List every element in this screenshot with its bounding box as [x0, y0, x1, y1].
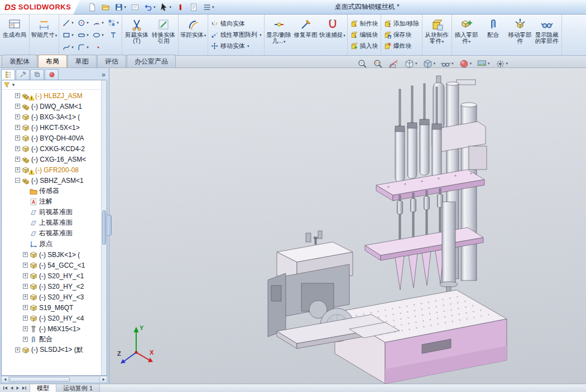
panel-tabs-overflow-button[interactable]: » [102, 71, 108, 80]
tree-expander-icon[interactable]: + [23, 337, 28, 342]
tree-item[interactable]: +(-) 54_GCC_<1 [2, 260, 101, 270]
zoom-to-fit-button[interactable] [357, 59, 368, 69]
tree-item[interactable]: +(-) DWQ_ASM<1 [2, 101, 101, 112]
tree-item[interactable]: +(-) M6X15<1> [2, 323, 101, 334]
text-tool[interactable] [105, 29, 121, 41]
scroll-left-icon[interactable] [2, 376, 9, 383]
orientation-triad[interactable]: Y Z X [116, 322, 156, 369]
options-button[interactable]: ▾ [201, 2, 215, 12]
filter-dropdown-icon[interactable]: ▼ [11, 83, 16, 88]
command-tab-0[interactable]: 装配体 [2, 55, 37, 67]
trim-entities-button[interactable]: 剪裁实体(T) [123, 17, 150, 54]
tree-filter-input[interactable] [17, 81, 99, 89]
tree-expander-icon[interactable]: + [15, 104, 20, 109]
feature-manager-tab[interactable] [1, 69, 15, 80]
tree-expander-icon[interactable]: + [23, 252, 28, 257]
tree-item[interactable]: +注解 [2, 196, 101, 207]
filter-funnel-icon[interactable] [3, 81, 10, 88]
arc-tool[interactable]: ▾ [90, 17, 105, 29]
make-drawing-button[interactable] [129, 2, 141, 12]
tree-expander-icon[interactable]: + [23, 294, 28, 299]
undo-button[interactable]: ▾ [143, 2, 157, 12]
mirror-entities-button[interactable]: 镜向实体 [209, 18, 263, 30]
convert-entities-button[interactable]: 转换实体引用 [150, 17, 177, 54]
tree-expander-icon[interactable]: + [23, 273, 28, 278]
tree-expander-icon[interactable]: + [15, 93, 20, 98]
command-tab-2[interactable]: 草图 [68, 55, 97, 67]
tree-item[interactable]: +(-) CXKG-KCD4-2 [2, 143, 101, 154]
tree-item[interactable]: +(-) HLBZJ_ASM [2, 90, 101, 101]
record-macro-button[interactable] [175, 2, 186, 12]
explode-block-button[interactable]: 爆炸块 [382, 41, 421, 52]
command-tab-1[interactable]: 布局 [38, 55, 67, 67]
tree-item[interactable]: +传感器 [2, 186, 101, 196]
insert-components-button[interactable]: 插入零部件▾ [453, 17, 480, 54]
file-properties-button[interactable] [188, 2, 199, 12]
graphics-area[interactable]: Y Z X [109, 68, 586, 384]
edit-block-button[interactable]: 编辑块 [349, 30, 380, 41]
tree-item[interactable]: +(-) BYQ-DH-40VA [2, 133, 101, 143]
repair-sketch-button[interactable]: 修复草图 [292, 17, 319, 54]
offset-entities-button[interactable]: 等距实体▾ [180, 17, 206, 54]
tree-expander-icon[interactable]: + [23, 326, 28, 331]
tab-scroll-last-button[interactable] [22, 386, 27, 390]
tab-scroll-left-button[interactable] [9, 386, 14, 390]
mate-button[interactable]: 配合 [480, 17, 507, 54]
scroll-right-icon[interactable] [99, 376, 107, 383]
study-tab-0[interactable]: 模型 [30, 384, 56, 392]
tree-item[interactable]: +前视基准面 [2, 207, 101, 217]
model-3d-view[interactable] [109, 68, 586, 384]
tree-vertical-scrollbar[interactable] [101, 80, 107, 375]
sketch-pattern-tool[interactable]: ▾ [105, 17, 121, 29]
tree-expander-icon[interactable]: + [15, 157, 20, 162]
study-tab-1[interactable]: 运动算例 1 [56, 384, 100, 392]
insert-block-button[interactable]: 插入块 [349, 41, 380, 52]
tree-item[interactable]: +(-) S20_HY_<3 [2, 292, 101, 302]
configuration-manager-tab[interactable] [30, 69, 44, 80]
tree-item[interactable]: +上视基准面 [2, 217, 101, 228]
add-remove-entities-button[interactable]: 添加/移除 [382, 18, 421, 30]
tree-item[interactable]: +右视基准面 [2, 228, 101, 239]
smart-dimension-button[interactable]: 智能尺寸▾ [31, 17, 57, 54]
zoom-to-area-button[interactable] [373, 59, 383, 69]
rectangle-tool[interactable]: ▾ [60, 29, 75, 41]
open-button[interactable] [100, 2, 111, 12]
move-entities-button[interactable]: 移动实体▾ [209, 41, 263, 52]
tree-expander-icon[interactable]: + [23, 263, 28, 268]
tree-expander-icon[interactable]: − [15, 178, 20, 183]
circle-tool[interactable]: ▾ [75, 17, 90, 29]
spline-tool[interactable]: ▾ [60, 41, 75, 54]
tree-item[interactable]: +(-) S20_HY_<1 [2, 270, 101, 281]
tree-expander-icon[interactable]: + [15, 135, 20, 141]
tree-expander-icon[interactable]: + [15, 146, 20, 151]
tree-item[interactable]: +S19_M6QT [2, 302, 101, 313]
section-view-button[interactable] [388, 59, 399, 69]
tree-item[interactable]: +原点 [2, 239, 101, 249]
tree-item[interactable]: +(-) CXG-16_ASM< [2, 154, 101, 164]
hide-show-items-button[interactable]: ▾ [440, 59, 454, 69]
new-document-button[interactable] [87, 2, 98, 12]
panel-splitter-handle[interactable] [107, 215, 112, 236]
point-tool[interactable] [90, 41, 105, 54]
tree-expander-icon[interactable]: + [23, 316, 28, 321]
tree-item[interactable]: +(-) GFR200-08 [2, 164, 101, 175]
tree-item[interactable]: +(-) S20_HY_<2 [2, 281, 101, 292]
select-button[interactable]: ▾ [158, 2, 172, 12]
display-delete-relations-button[interactable]: 显示/删除几...▾ [266, 17, 292, 54]
tree-expander-icon[interactable]: + [15, 347, 20, 352]
tree-item[interactable]: +配合 [2, 334, 101, 345]
tree-item[interactable]: +(-) HKCT-5X<1> [2, 122, 101, 133]
command-tab-4[interactable]: 办公室产品 [127, 55, 176, 67]
display-manager-tab[interactable] [45, 69, 59, 80]
make-part-from-block-button[interactable]: 从块制作零件▾ [424, 17, 450, 54]
slot-tool[interactable]: ▾ [75, 29, 90, 41]
create-layout-button[interactable]: 生成布局 [1, 17, 28, 54]
make-block-button[interactable]: 制作块 [349, 18, 380, 30]
tab-scroll-right-button[interactable] [16, 386, 20, 390]
display-style-button[interactable]: ▾ [422, 59, 436, 69]
tree-expander-icon[interactable]: + [15, 125, 20, 130]
edit-appearance-button[interactable]: ▾ [459, 59, 472, 69]
view-settings-button[interactable]: ▾ [495, 59, 508, 69]
tree-item[interactable]: +(-) BXG-3A<1> ( [2, 112, 101, 122]
apply-scene-button[interactable]: ▾ [477, 59, 490, 69]
